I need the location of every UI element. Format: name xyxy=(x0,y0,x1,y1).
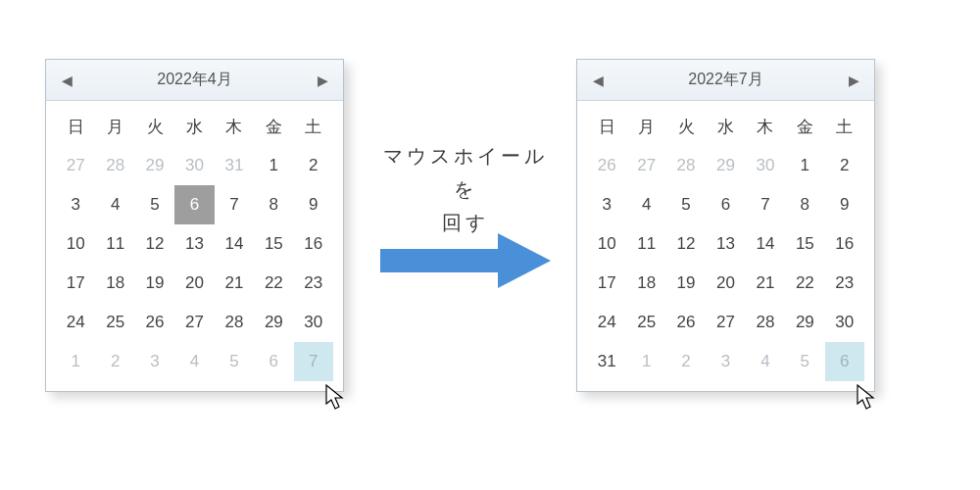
calendar-day[interactable]: 28 xyxy=(666,146,706,185)
calendar-day[interactable]: 27 xyxy=(174,303,214,342)
calendar-day[interactable]: 30 xyxy=(294,303,333,342)
calendar-day[interactable]: 20 xyxy=(706,264,745,303)
next-month-button[interactable]: ▶ xyxy=(312,73,333,88)
calendar-day[interactable]: 3 xyxy=(706,342,745,381)
next-month-button[interactable]: ▶ xyxy=(843,73,864,88)
calendar-body: 日月火水木金土272829303112345678910111213141516… xyxy=(46,101,343,391)
calendar-day[interactable]: 10 xyxy=(587,224,626,264)
calendar-day[interactable]: 13 xyxy=(706,224,745,264)
calendar-title[interactable]: 2022年4月 xyxy=(157,70,232,90)
calendar-day[interactable]: 3 xyxy=(587,185,626,224)
calendar-day[interactable]: 30 xyxy=(174,146,214,185)
calendar-day[interactable]: 23 xyxy=(294,264,333,303)
calendar-day[interactable]: 1 xyxy=(626,342,665,381)
calendar-day[interactable]: 19 xyxy=(135,264,174,303)
day-of-week-header: 木 xyxy=(215,107,254,146)
calendar-day[interactable]: 26 xyxy=(587,146,626,185)
calendar-day[interactable]: 7 xyxy=(294,342,333,381)
calendar-day[interactable]: 27 xyxy=(626,146,665,185)
calendar-day[interactable]: 31 xyxy=(215,146,254,185)
calendar-day[interactable]: 2 xyxy=(666,342,706,381)
calendar-day[interactable]: 22 xyxy=(254,264,293,303)
calendar-day[interactable]: 8 xyxy=(785,185,824,224)
calendar-day[interactable]: 3 xyxy=(56,185,95,224)
day-of-week-header: 日 xyxy=(56,107,95,146)
calendar-day[interactable]: 15 xyxy=(785,224,824,264)
calendar-day[interactable]: 29 xyxy=(785,303,824,342)
calendar-day[interactable]: 6 xyxy=(825,342,864,381)
calendar-day[interactable]: 19 xyxy=(666,264,706,303)
calendar-day[interactable]: 17 xyxy=(587,264,626,303)
calendar-day[interactable]: 10 xyxy=(56,224,95,264)
calendar-day[interactable]: 29 xyxy=(706,146,745,185)
calendar-day[interactable]: 5 xyxy=(666,185,706,224)
calendar-day[interactable]: 7 xyxy=(215,185,254,224)
calendar-day[interactable]: 16 xyxy=(825,224,864,264)
day-of-week-header: 月 xyxy=(95,107,134,146)
prev-month-button[interactable]: ◀ xyxy=(56,73,77,88)
calendar-day[interactable]: 1 xyxy=(254,146,293,185)
day-of-week-header: 土 xyxy=(825,107,864,146)
calendar-day[interactable]: 23 xyxy=(825,264,864,303)
calendar-day[interactable]: 24 xyxy=(56,303,95,342)
calendar-day[interactable]: 15 xyxy=(254,224,293,264)
calendar-title[interactable]: 2022年7月 xyxy=(688,70,763,90)
calendar-day[interactable]: 4 xyxy=(174,342,214,381)
calendar-day[interactable]: 6 xyxy=(706,185,745,224)
calendar-day[interactable]: 18 xyxy=(626,264,665,303)
calendar-day[interactable]: 27 xyxy=(706,303,745,342)
calendar-day[interactable]: 11 xyxy=(95,224,134,264)
calendar-day[interactable]: 14 xyxy=(215,224,254,264)
calendar-day[interactable]: 28 xyxy=(746,303,785,342)
day-of-week-header: 木 xyxy=(746,107,785,146)
calendar-day[interactable]: 21 xyxy=(746,264,785,303)
calendar-day[interactable]: 25 xyxy=(95,303,134,342)
calendar-day[interactable]: 2 xyxy=(825,146,864,185)
calendar-day[interactable]: 25 xyxy=(626,303,665,342)
calendar-day[interactable]: 4 xyxy=(746,342,785,381)
calendar-day[interactable]: 18 xyxy=(95,264,134,303)
calendar-day[interactable]: 13 xyxy=(174,224,214,264)
day-of-week-header: 土 xyxy=(294,107,333,146)
calendar-day[interactable]: 6 xyxy=(174,185,214,224)
calendar-day[interactable]: 20 xyxy=(174,264,214,303)
calendar-day[interactable]: 16 xyxy=(294,224,333,264)
calendar-day[interactable]: 22 xyxy=(785,264,824,303)
calendar-day[interactable]: 2 xyxy=(294,146,333,185)
calendar-july: ◀ 2022年7月 ▶ 日月火水木金土262728293012345678910… xyxy=(576,59,875,392)
calendar-day[interactable]: 9 xyxy=(825,185,864,224)
prev-month-button[interactable]: ◀ xyxy=(587,73,609,88)
calendar-day[interactable]: 9 xyxy=(294,185,333,224)
calendar-day[interactable]: 4 xyxy=(95,185,134,224)
calendar-day[interactable]: 30 xyxy=(746,146,785,185)
calendar-day[interactable]: 14 xyxy=(746,224,785,264)
calendar-day[interactable]: 12 xyxy=(135,224,174,264)
calendar-day[interactable]: 27 xyxy=(56,146,95,185)
calendar-day[interactable]: 2 xyxy=(95,342,134,381)
calendar-day[interactable]: 7 xyxy=(746,185,785,224)
calendar-day[interactable]: 3 xyxy=(135,342,174,381)
day-of-week-header: 火 xyxy=(135,107,174,146)
calendar-day[interactable]: 11 xyxy=(626,224,665,264)
calendar-day[interactable]: 5 xyxy=(785,342,824,381)
calendar-day[interactable]: 1 xyxy=(56,342,95,381)
calendar-day[interactable]: 30 xyxy=(825,303,864,342)
calendar-day[interactable]: 29 xyxy=(254,303,293,342)
day-of-week-header: 日 xyxy=(587,107,626,146)
calendar-day[interactable]: 17 xyxy=(56,264,95,303)
calendar-day[interactable]: 5 xyxy=(215,342,254,381)
calendar-day[interactable]: 21 xyxy=(215,264,254,303)
calendar-day[interactable]: 12 xyxy=(666,224,706,264)
calendar-day[interactable]: 29 xyxy=(135,146,174,185)
calendar-day[interactable]: 4 xyxy=(626,185,665,224)
calendar-day[interactable]: 31 xyxy=(587,342,626,381)
calendar-day[interactable]: 28 xyxy=(215,303,254,342)
calendar-day[interactable]: 26 xyxy=(135,303,174,342)
calendar-day[interactable]: 24 xyxy=(587,303,626,342)
calendar-day[interactable]: 8 xyxy=(254,185,293,224)
calendar-day[interactable]: 6 xyxy=(254,342,293,381)
calendar-day[interactable]: 5 xyxy=(135,185,174,224)
calendar-day[interactable]: 1 xyxy=(785,146,824,185)
calendar-day[interactable]: 28 xyxy=(95,146,134,185)
calendar-day[interactable]: 26 xyxy=(666,303,706,342)
